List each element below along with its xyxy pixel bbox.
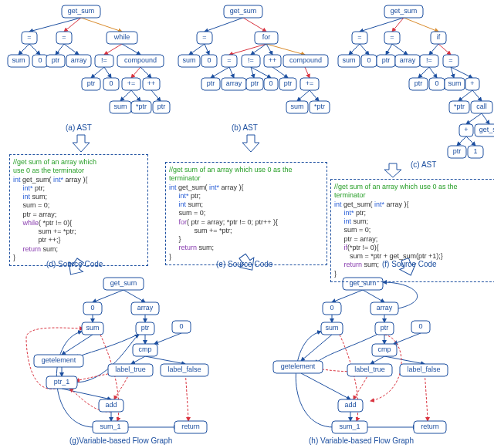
- flow-g: get_sum 0 array sum ptr 0 cmp getelement…: [26, 278, 208, 433]
- svg-text:sum: sum: [342, 56, 355, 64]
- svg-text:ptr: ptr: [382, 56, 391, 64]
- svg-text:0: 0: [367, 56, 370, 64]
- ast-a: get_sum = = while sum 0 ptr array != com…: [8, 5, 170, 113]
- svg-line-55: [251, 44, 266, 55]
- svg-text:ptr: ptr: [141, 324, 150, 332]
- svg-text:sum: sum: [86, 324, 99, 332]
- ast-c: get_sum = = if sum 0 ptr array != = ptr …: [338, 5, 494, 158]
- svg-text:sum: sum: [12, 56, 25, 64]
- caption-c: (c) AST: [411, 160, 436, 169]
- svg-line-12: [140, 67, 151, 78]
- svg-text:=: =: [202, 33, 206, 41]
- svg-text:=: =: [27, 33, 31, 41]
- svg-text:label_false: label_false: [407, 365, 440, 373]
- svg-text:ptr: ptr: [414, 79, 423, 87]
- svg-line-118: [466, 136, 475, 146]
- svg-text:=: =: [357, 33, 361, 41]
- svg-line-169: [62, 389, 111, 399]
- svg-text:!=: !=: [426, 56, 432, 64]
- svg-line-207: [384, 356, 425, 364]
- svg-line-11: [131, 67, 140, 78]
- svg-text:cmp: cmp: [377, 345, 391, 353]
- svg-text:0: 0: [109, 79, 113, 87]
- svg-line-159: [93, 290, 124, 302]
- svg-text:sum: sum: [290, 103, 303, 110]
- svg-line-106: [392, 44, 408, 55]
- arrow-a-to-d: [73, 135, 90, 152]
- svg-line-50: [205, 18, 243, 32]
- svg-line-100: [360, 18, 404, 32]
- svg-text:get_sum: get_sum: [110, 279, 137, 287]
- svg-text:return: return: [181, 423, 200, 430]
- svg-line-104: [360, 44, 369, 55]
- svg-line-7: [104, 44, 122, 55]
- svg-line-54: [229, 44, 266, 55]
- svg-line-206: [370, 356, 384, 364]
- svg-text:sum_1: sum_1: [339, 423, 360, 430]
- svg-line-4: [29, 44, 40, 55]
- svg-text:compound: compound: [124, 56, 157, 64]
- svg-text:ptr: ptr: [87, 79, 96, 87]
- svg-line-65: [310, 90, 319, 101]
- svg-text:getelement: getelement: [42, 356, 76, 364]
- code-e: //get sum of an array which use 0 as the…: [165, 162, 327, 265]
- svg-line-116: [482, 113, 489, 124]
- svg-text:*ptr: *ptr: [454, 103, 465, 110]
- svg-line-167: [62, 335, 93, 355]
- svg-text:0: 0: [90, 304, 94, 312]
- svg-line-64: [297, 90, 310, 101]
- svg-line-10: [104, 67, 111, 78]
- svg-text:ptr: ptr: [284, 79, 293, 87]
- svg-text:0: 0: [207, 56, 211, 64]
- svg-line-59: [229, 67, 234, 78]
- svg-line-9: [91, 67, 104, 78]
- svg-text:if: if: [437, 33, 441, 41]
- svg-line-209: [301, 373, 350, 399]
- flow-h: get_sum 0 array sum ptr 0 cmp getelement…: [273, 278, 448, 433]
- svg-line-51: [243, 18, 266, 32]
- svg-text:sum: sum: [448, 79, 461, 87]
- svg-text:+=: +=: [306, 79, 314, 87]
- svg-text:0: 0: [330, 304, 333, 312]
- svg-line-112: [451, 67, 472, 78]
- svg-text:sum: sum: [113, 103, 127, 110]
- svg-text:ptr: ptr: [381, 324, 389, 332]
- svg-line-3: [19, 44, 29, 55]
- svg-text:++: ++: [147, 79, 156, 87]
- svg-text:array: array: [400, 56, 416, 64]
- svg-line-8: [122, 44, 140, 55]
- svg-line-6: [64, 44, 79, 55]
- svg-line-107: [429, 44, 438, 55]
- svg-line-165: [131, 356, 145, 364]
- svg-text:0: 0: [38, 56, 42, 64]
- caption-b: (b) AST: [232, 123, 258, 132]
- svg-line-58: [211, 67, 229, 78]
- svg-text:ptr: ptr: [453, 147, 462, 155]
- svg-line-0: [29, 18, 81, 32]
- svg-text:while: while: [113, 33, 130, 41]
- svg-line-108: [438, 44, 451, 55]
- svg-line-113: [458, 90, 472, 101]
- svg-text:cmp: cmp: [138, 345, 151, 353]
- svg-text:=: =: [62, 33, 66, 41]
- svg-text:!=: !=: [101, 56, 107, 64]
- svg-line-52: [189, 44, 205, 55]
- svg-text:+: +: [464, 126, 468, 133]
- svg-text:=: =: [227, 56, 231, 64]
- svg-text:ptr: ptr: [157, 103, 166, 110]
- svg-line-114: [472, 90, 482, 101]
- svg-text:label_false: label_false: [167, 365, 201, 373]
- svg-line-160: [124, 290, 145, 302]
- svg-line-166: [145, 356, 185, 364]
- svg-line-13: [120, 90, 131, 101]
- svg-text:sum: sum: [182, 56, 195, 64]
- svg-text:add: add: [105, 401, 117, 409]
- svg-line-205: [394, 333, 421, 344]
- svg-text:call: call: [476, 103, 487, 110]
- svg-line-115: [466, 113, 482, 124]
- svg-text:0: 0: [418, 322, 422, 330]
- svg-text:ptr_1: ptr_1: [54, 378, 70, 386]
- svg-line-53: [205, 44, 209, 55]
- svg-line-15: [151, 90, 161, 101]
- svg-line-201: [363, 290, 384, 302]
